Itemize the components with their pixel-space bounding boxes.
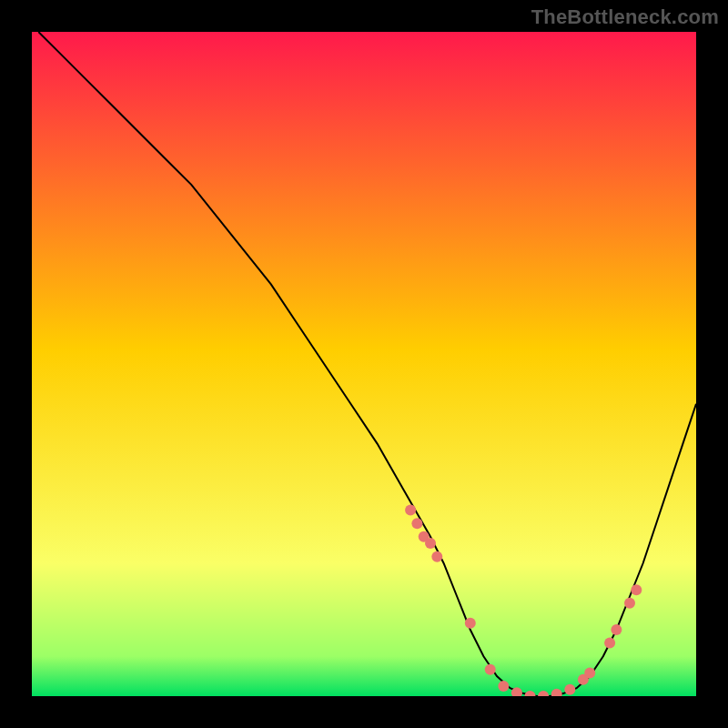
marker-dot [411,518,422,529]
marker-dot [611,624,622,635]
marker-dot [631,584,642,595]
marker-dot [624,598,635,609]
marker-dot [498,681,509,692]
chart-container: TheBottleneck.com [0,0,728,728]
marker-dot [604,638,615,649]
gradient-background [32,32,696,696]
marker-dot [465,618,476,629]
marker-dot [584,667,595,678]
bottleneck-chart [32,32,696,696]
marker-dot [431,551,442,562]
marker-dot [564,684,575,695]
marker-dot [405,505,416,516]
watermark-label: TheBottleneck.com [531,5,719,29]
marker-dot [425,538,436,549]
marker-dot [485,664,496,675]
